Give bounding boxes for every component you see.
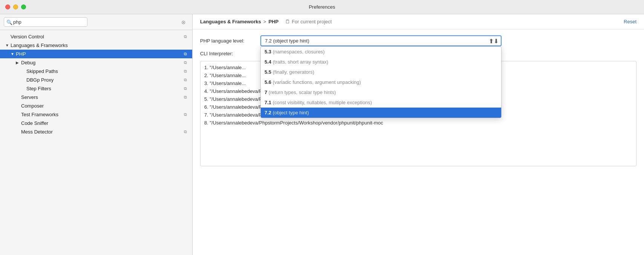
dropdown-item-5.6[interactable]: 5.6 (variadic functions, argument unpack… <box>261 77 501 87</box>
cli-label: CLI Interpreter: <box>200 51 260 56</box>
sidebar-content: Version Control⧉Languages & FrameworksPH… <box>0 30 192 255</box>
sidebar-item-label: Version Control <box>11 34 44 39</box>
title-bar: Preferences <box>0 0 644 14</box>
select-arrow-icon: ⬆⬇ <box>489 37 499 44</box>
sidebar-item-skipped-paths[interactable]: Skipped Paths⧉ <box>0 67 192 76</box>
window-title: Preferences <box>309 4 335 10</box>
option-value: 5.4 <box>265 59 273 65</box>
triangle-icon <box>5 43 9 47</box>
option-value: 5.3 <box>265 49 273 55</box>
sidebar-item-label: DBGp Proxy <box>26 77 54 83</box>
option-extra: (object type hint) <box>273 110 309 115</box>
sidebar-item-label: Mess Detector <box>21 129 53 135</box>
option-extra: (const visibility, nullables, multiple e… <box>273 100 372 105</box>
php-level-label: PHP language level: <box>200 38 260 44</box>
breadcrumb-arrow: > <box>263 19 266 24</box>
option-extra: (traits, short array syntax) <box>273 59 328 65</box>
search-icon: 🔍 <box>6 19 12 25</box>
content-header: Languages & Frameworks > PHP 🗒 For curre… <box>193 14 644 29</box>
option-value: 5.6 <box>265 79 273 85</box>
triangle-icon <box>11 52 14 56</box>
option-extra: (namespaces, closures) <box>273 49 325 55</box>
copy-icon: ⧉ <box>184 69 187 74</box>
dropdown-item-5.3[interactable]: 5.3 (namespaces, closures) <box>261 47 501 57</box>
breadcrumb: Languages & Frameworks > PHP 🗒 For curre… <box>200 19 332 24</box>
window-controls <box>5 5 26 9</box>
copy-icon: ⧉ <box>184 129 187 134</box>
sidebar-item-languages-frameworks[interactable]: Languages & Frameworks <box>0 41 192 50</box>
reset-button[interactable]: Reset <box>624 19 636 24</box>
option-value: 7.1 <box>265 100 273 105</box>
dropdown-list: 5.3 (namespaces, closures)5.4 (traits, s… <box>260 46 502 118</box>
option-value: 7 <box>265 90 269 95</box>
sidebar-item-php[interactable]: PHP⧉ <box>0 50 192 58</box>
content-body: PHP language level: 7.2 (object type hin… <box>193 29 644 255</box>
main-layout: 🔍 ⊗ Version Control⧉Languages & Framewor… <box>0 14 644 255</box>
copy-icon: ⧉ <box>184 60 187 65</box>
sidebar-item-debug[interactable]: Debug⧉ <box>0 58 192 67</box>
sidebar-item-label: Test Frameworks <box>21 112 58 117</box>
dropdown-item-7.2[interactable]: 7.2 (object type hint) <box>261 108 501 118</box>
sidebar-item-label: PHP <box>16 51 26 57</box>
sidebar-item-label: Composer <box>21 103 44 109</box>
path-item: 8. "/Users/annalebedeva/PhpstormProjects… <box>200 119 636 127</box>
sidebar-item-composer[interactable]: Composer <box>0 102 192 110</box>
breadcrumb-part2: PHP <box>268 19 278 24</box>
dropdown-item-7.1[interactable]: 7.1 (const visibility, nullables, multip… <box>261 97 501 108</box>
sidebar-item-label: Step Filters <box>26 86 51 91</box>
sidebar-item-label: Code Sniffer <box>21 120 48 126</box>
option-value: 7.2 <box>265 110 273 115</box>
option-value: 5.5 <box>265 69 273 75</box>
sidebar-item-test-frameworks[interactable]: Test Frameworks⧉ <box>0 110 192 119</box>
sidebar: 🔍 ⊗ Version Control⧉Languages & Framewor… <box>0 14 193 255</box>
sidebar-item-servers[interactable]: Servers⧉ <box>0 93 192 102</box>
close-button[interactable] <box>5 5 10 9</box>
php-level-select[interactable]: 7.2 (object type hint) ⬆⬇ 5.3 (namespace… <box>260 35 502 46</box>
copy-icon: ⧉ <box>184 34 187 39</box>
breadcrumb-part1: Languages & Frameworks <box>200 19 261 24</box>
project-icon: 🗒 <box>285 19 290 24</box>
option-extra: (finally, generators) <box>273 69 314 75</box>
sidebar-item-label: Debug <box>21 60 35 65</box>
copy-icon: ⧉ <box>184 52 187 56</box>
copy-icon: ⧉ <box>184 95 187 100</box>
php-level-row: PHP language level: 7.2 (object type hin… <box>200 35 636 46</box>
project-badge-label: For current project <box>292 19 332 24</box>
select-display[interactable]: 7.2 (object type hint) ⬆⬇ <box>260 35 502 46</box>
sidebar-item-version-control[interactable]: Version Control⧉ <box>0 32 192 41</box>
main-content: Languages & Frameworks > PHP 🗒 For curre… <box>193 14 644 255</box>
minimize-button[interactable] <box>13 5 18 9</box>
triangle-icon <box>16 61 20 65</box>
option-extra: (variadic functions, argument unpacking) <box>273 79 361 85</box>
sidebar-item-label: Servers <box>21 94 38 100</box>
sidebar-item-label: Languages & Frameworks <box>11 42 68 48</box>
search-input[interactable] <box>4 17 87 27</box>
maximize-button[interactable] <box>21 5 26 9</box>
sidebar-item-dbgp-proxy[interactable]: DBGp Proxy⧉ <box>0 76 192 84</box>
search-bar: 🔍 ⊗ <box>0 14 192 30</box>
search-clear-icon[interactable]: ⊗ <box>181 20 186 25</box>
selected-value: 7.2 (object type hint) <box>265 38 309 44</box>
sidebar-item-step-filters[interactable]: Step Filters⧉ <box>0 84 192 93</box>
dropdown-item-5.5[interactable]: 5.5 (finally, generators) <box>261 67 501 77</box>
dropdown-item-5.4[interactable]: 5.4 (traits, short array syntax) <box>261 57 501 67</box>
option-extra: (return types, scalar type hints) <box>269 90 336 95</box>
search-wrapper: 🔍 ⊗ <box>4 17 188 27</box>
dropdown-item-7[interactable]: 7 (return types, scalar type hints) <box>261 87 501 97</box>
project-badge: 🗒 For current project <box>285 19 332 24</box>
copy-icon: ⧉ <box>184 112 187 117</box>
sidebar-item-code-sniffer[interactable]: Code Sniffer <box>0 119 192 127</box>
sidebar-item-mess-detector[interactable]: Mess Detector⧉ <box>0 127 192 136</box>
copy-icon: ⧉ <box>184 86 187 91</box>
sidebar-item-label: Skipped Paths <box>26 68 58 74</box>
copy-icon: ⧉ <box>184 77 187 82</box>
